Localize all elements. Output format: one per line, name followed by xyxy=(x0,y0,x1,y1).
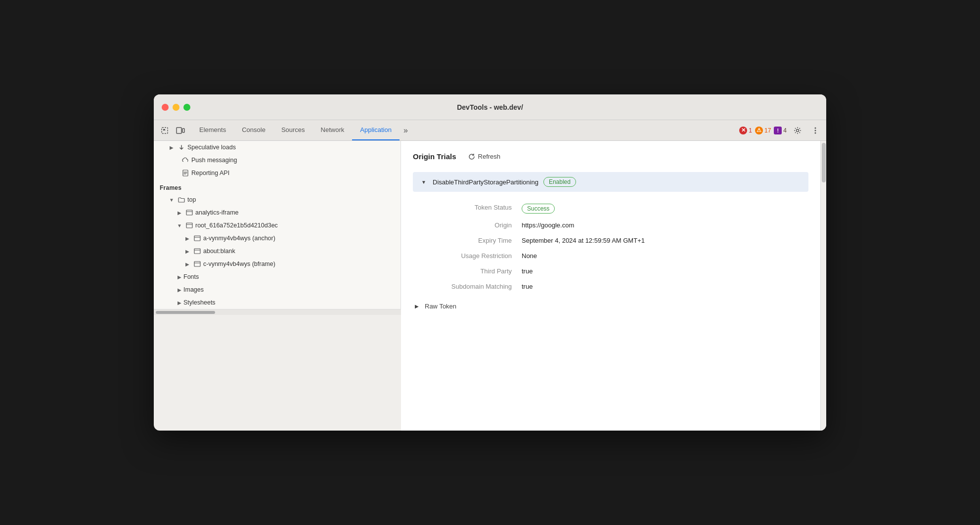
tree-arrow-a-frame xyxy=(183,234,191,242)
svg-rect-2 xyxy=(182,129,184,132)
sidebar-item-push-messaging[interactable]: Push messaging xyxy=(154,154,401,167)
svg-rect-1 xyxy=(177,128,181,133)
cursor-icon xyxy=(161,127,169,134)
title-bar: DevTools - web.dev/ xyxy=(154,94,826,120)
detail-row-subdomain: Subdomain Matching true xyxy=(413,279,808,294)
content-panel: Origin Trials Refresh DisableThirdPartyS… xyxy=(401,141,820,431)
warning-badge[interactable]: ⚠ 17 xyxy=(755,127,771,134)
tab-network[interactable]: Network xyxy=(313,120,353,140)
subdomain-label: Subdomain Matching xyxy=(413,283,522,290)
tree-arrow-top xyxy=(168,196,176,204)
tree-arrow-analytics xyxy=(176,209,183,217)
success-badge: Success xyxy=(522,204,555,214)
sidebar-item-about-blank[interactable]: about:blank xyxy=(154,245,401,258)
frame-icon-c xyxy=(193,260,201,268)
expiry-value: September 4, 2024 at 12:59:59 AM GMT+1 xyxy=(522,237,808,244)
close-button[interactable] xyxy=(162,104,169,111)
toolbar-left xyxy=(158,120,187,140)
h-scroll-thumb[interactable] xyxy=(156,311,215,314)
trial-name: DisableThirdPartyStoragePartitioning xyxy=(433,178,538,186)
window-title: DevTools - web.dev/ xyxy=(457,103,523,111)
svg-point-5 xyxy=(815,130,816,131)
sidebar-item-stylesheets[interactable]: Stylesheets xyxy=(154,296,401,309)
sidebar-item-images[interactable]: Images xyxy=(154,283,401,296)
v-scroll-thumb[interactable] xyxy=(822,143,826,182)
frames-section-header: Frames xyxy=(154,179,401,193)
folder-icon xyxy=(178,196,185,204)
maximize-button[interactable] xyxy=(183,104,190,111)
tree-arrow-root xyxy=(176,221,183,229)
detail-row-third-party: Third Party true xyxy=(413,263,808,279)
sidebar-item-root-frame[interactable]: root_616a752e1b5d4210d3ec xyxy=(154,219,401,232)
inspect-element-button[interactable] xyxy=(158,124,172,137)
doc-icon xyxy=(181,169,189,177)
tab-elements[interactable]: Elements xyxy=(191,120,234,140)
kebab-icon xyxy=(814,127,816,134)
svg-rect-9 xyxy=(186,210,192,215)
origin-trials-title: Origin Trials xyxy=(413,152,456,161)
tabs: Elements Console Sources Network Applica… xyxy=(191,120,412,140)
refresh-button[interactable]: Refresh xyxy=(464,151,505,162)
tree-arrow-speculative xyxy=(168,143,176,151)
raw-token-row[interactable]: Raw Token xyxy=(413,298,808,314)
sidebar-item-top[interactable]: top xyxy=(154,193,401,206)
detail-row-expiry: Expiry Time September 4, 2024 at 12:59:5… xyxy=(413,233,808,248)
third-party-value: true xyxy=(522,267,808,275)
third-party-label: Third Party xyxy=(413,267,522,275)
error-badge[interactable]: ✕ 1 xyxy=(739,127,752,134)
frame-icon-a xyxy=(193,234,201,242)
more-options-button[interactable] xyxy=(808,124,822,137)
tree-arrow-stylesheets xyxy=(176,299,183,306)
main-area: Speculative loads Push messaging xyxy=(154,141,826,431)
svg-rect-10 xyxy=(186,223,192,228)
spacer2 xyxy=(170,169,178,177)
trial-enabled-badge: Enabled xyxy=(543,177,576,187)
sidebar-item-reporting-api[interactable]: Reporting API xyxy=(154,167,401,179)
svg-rect-7 xyxy=(183,161,187,163)
tree-arrow-about xyxy=(183,247,191,255)
sidebar-item-a-frame[interactable]: a-vynmy4vb4wys (anchor) xyxy=(154,232,401,245)
trial-row[interactable]: DisableThirdPartyStoragePartitioning Ena… xyxy=(413,172,808,192)
raw-token-label: Raw Token xyxy=(425,303,456,310)
more-tabs-button[interactable]: » xyxy=(400,120,412,140)
sidebar-item-c-frame[interactable]: c-vynmy4vb4wys (bframe) xyxy=(154,258,401,270)
svg-rect-13 xyxy=(194,262,200,266)
usage-value: None xyxy=(522,252,808,260)
token-status-value: Success xyxy=(522,204,808,214)
down-arrow-icon xyxy=(178,143,185,151)
tree-arrow-fonts xyxy=(176,273,183,281)
expiry-label: Expiry Time xyxy=(413,237,522,244)
frame-icon-about xyxy=(193,247,201,255)
sidebar-item-analytics-iframe[interactable]: analytics-iframe xyxy=(154,206,401,219)
detail-row-token-status: Token Status Success xyxy=(413,200,808,218)
svg-rect-11 xyxy=(194,236,200,241)
sidebar-item-fonts[interactable]: Fonts xyxy=(154,270,401,283)
detail-table: Token Status Success Origin https://goog… xyxy=(413,200,808,294)
tab-bar: Elements Console Sources Network Applica… xyxy=(154,120,826,141)
svg-point-3 xyxy=(797,129,799,131)
tab-application[interactable]: Application xyxy=(352,120,400,140)
content-header: Origin Trials Refresh xyxy=(413,151,808,162)
traffic-lights xyxy=(162,104,190,111)
device-toolbar-button[interactable] xyxy=(174,124,187,137)
settings-button[interactable] xyxy=(791,124,804,137)
cloud-icon xyxy=(181,156,189,164)
tab-sources[interactable]: Sources xyxy=(273,120,313,140)
tab-console[interactable]: Console xyxy=(234,120,273,140)
sidebar-h-scrollbar[interactable] xyxy=(154,309,401,315)
sidebar-item-speculative-loads[interactable]: Speculative loads xyxy=(154,141,401,154)
svg-point-6 xyxy=(815,132,816,133)
subdomain-value: true xyxy=(522,283,808,290)
raw-token-arrow xyxy=(413,302,421,310)
toolbar-right: ✕ 1 ⚠ 17 ! 4 xyxy=(739,120,822,140)
content-v-scrollbar[interactable] xyxy=(820,141,826,431)
spacer xyxy=(170,156,178,164)
detail-row-usage: Usage Restriction None xyxy=(413,248,808,263)
refresh-icon xyxy=(468,153,475,160)
frame-icon-root xyxy=(185,221,193,229)
warning-icon: ⚠ xyxy=(755,127,763,134)
minimize-button[interactable] xyxy=(173,104,179,111)
frame-icon-analytics xyxy=(185,209,193,217)
svg-rect-12 xyxy=(194,249,200,254)
info-badge[interactable]: ! 4 xyxy=(774,127,787,134)
